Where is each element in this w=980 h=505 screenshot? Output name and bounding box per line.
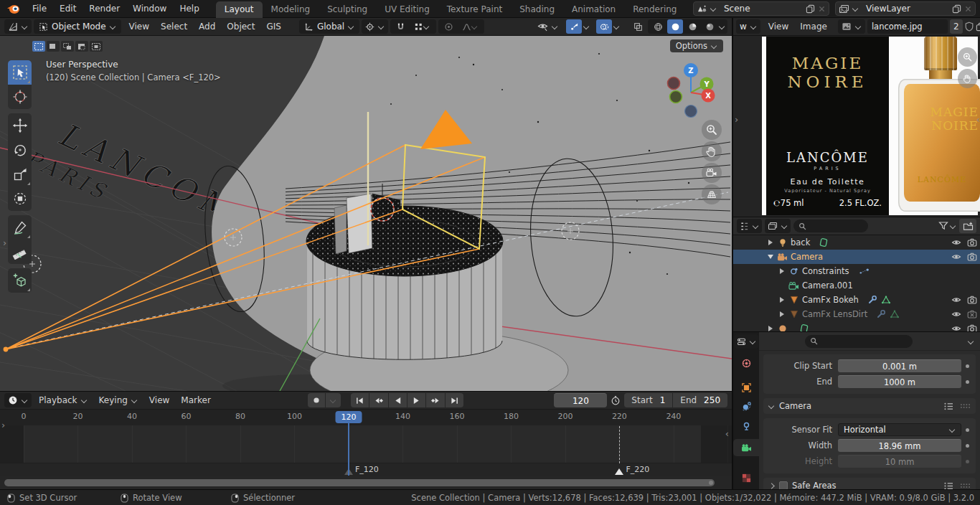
select-mode-intersect[interactable] bbox=[90, 41, 103, 52]
close-icon[interactable] bbox=[818, 5, 826, 13]
image-left-chevron[interactable]: › bbox=[735, 115, 738, 124]
properties-tab-render[interactable] bbox=[733, 354, 759, 372]
disable-render-camera-icon[interactable] bbox=[967, 295, 977, 305]
disable-render-camera-off-icon[interactable] bbox=[967, 309, 977, 319]
expand-icon[interactable] bbox=[778, 297, 786, 303]
fake-user-shield-icon[interactable] bbox=[965, 22, 974, 32]
viewport-menu-object[interactable]: Object bbox=[221, 20, 260, 33]
blender-logo-icon[interactable] bbox=[6, 2, 22, 15]
menu-window[interactable]: Window bbox=[126, 2, 173, 15]
move-tool[interactable] bbox=[8, 113, 32, 138]
add-cube-tool[interactable] bbox=[8, 268, 32, 293]
editor-type-button[interactable] bbox=[4, 19, 32, 34]
outliner-row-camera[interactable]: Camera bbox=[733, 250, 980, 264]
marker-label[interactable]: F_220 bbox=[626, 465, 649, 474]
cursor-tool[interactable] bbox=[8, 85, 32, 109]
new-image-icon[interactable] bbox=[976, 22, 980, 32]
new-collection-button[interactable] bbox=[959, 219, 976, 233]
safe-areas-checkbox[interactable] bbox=[779, 481, 788, 489]
outliner-row-partial[interactable] bbox=[733, 321, 980, 331]
sensor-width-keyframe-dot[interactable] bbox=[961, 444, 973, 448]
expand-icon[interactable] bbox=[778, 311, 786, 317]
properties-tab-constraint[interactable] bbox=[733, 417, 759, 435]
timeline-right-chevron[interactable]: ‹ bbox=[725, 429, 729, 438]
play-button[interactable] bbox=[407, 393, 425, 407]
panel-grip-icon[interactable] bbox=[960, 403, 971, 409]
timeline-ruler[interactable]: 020406080100120140160180200220240 bbox=[0, 410, 732, 425]
shading-wireframe-button[interactable] bbox=[650, 19, 666, 34]
shading-solid-button[interactable] bbox=[667, 19, 683, 34]
workspace-tab-modeling[interactable]: Modeling bbox=[263, 1, 319, 18]
presets-icon[interactable] bbox=[943, 482, 954, 490]
add-view-layer-icon[interactable] bbox=[952, 4, 961, 14]
workspace-tab-compositing[interactable]: Compositing bbox=[685, 1, 687, 18]
image-menu-view[interactable]: View bbox=[763, 20, 794, 33]
image-right-chevron[interactable]: ‹ bbox=[976, 115, 980, 124]
select-mode-tweak[interactable] bbox=[32, 41, 45, 52]
pan-hand-button[interactable] bbox=[702, 141, 722, 161]
workspace-tab-uv-editing[interactable]: UV Editing bbox=[376, 1, 438, 18]
workspace-tab-texture-paint[interactable]: Texture Paint bbox=[438, 1, 511, 18]
view-layer-name[interactable]: ViewLayer bbox=[862, 4, 949, 14]
timeline-left-chevron[interactable]: › bbox=[1, 420, 5, 430]
disable-render-camera-icon[interactable] bbox=[967, 237, 977, 247]
falloff-dropdown[interactable] bbox=[458, 19, 482, 34]
3d-viewport[interactable]: LANCOME PARIS bbox=[0, 36, 732, 391]
outliner-row-camera-001[interactable]: Camera.001 bbox=[733, 278, 980, 293]
properties-options-chevron[interactable] bbox=[968, 339, 974, 344]
clip-end-keyframe-dot[interactable] bbox=[961, 380, 973, 384]
menu-help[interactable]: Help bbox=[173, 2, 205, 15]
pivot-point-dropdown[interactable] bbox=[362, 19, 388, 34]
marker-label[interactable]: F_120 bbox=[355, 465, 379, 474]
axis-neg-y-button[interactable] bbox=[670, 91, 682, 103]
timeline-editor-type-button[interactable] bbox=[4, 393, 32, 407]
transform-orientation-dropdown[interactable]: Global bbox=[299, 19, 359, 34]
close-icon[interactable] bbox=[964, 5, 972, 13]
jump-to-start-button[interactable] bbox=[351, 393, 369, 407]
jump-to-end-button[interactable] bbox=[446, 393, 463, 407]
image-browse-dropdown[interactable] bbox=[838, 19, 865, 34]
proportional-edit-toggle[interactable] bbox=[440, 19, 456, 34]
outliner-search-input[interactable] bbox=[809, 222, 863, 231]
workspace-tab-sculpting[interactable]: Sculpting bbox=[319, 1, 376, 18]
select-box-tool[interactable] bbox=[8, 60, 32, 85]
workspace-tab-layout[interactable]: Layout bbox=[216, 1, 263, 18]
outliner-row-back[interactable]: back bbox=[733, 235, 980, 250]
properties-tab-camdata[interactable] bbox=[733, 439, 759, 456]
image-users-badge[interactable]: 2 bbox=[950, 19, 963, 34]
select-mode-extend[interactable] bbox=[61, 41, 74, 52]
timeline-scrollbar[interactable] bbox=[0, 476, 732, 490]
viewport-menu-add[interactable]: Add bbox=[193, 20, 221, 33]
outliner-display-mode-dropdown[interactable] bbox=[737, 219, 762, 233]
outliner-row-camfx-bokeh[interactable]: CamFx Bokeh bbox=[733, 293, 980, 307]
camera-view-button[interactable] bbox=[702, 163, 722, 183]
properties-tab-texture[interactable] bbox=[733, 469, 759, 486]
properties-search[interactable] bbox=[805, 335, 913, 348]
image-pan-button[interactable] bbox=[958, 69, 977, 88]
next-keyframe-button[interactable] bbox=[426, 393, 445, 407]
xray-toggle[interactable] bbox=[630, 19, 646, 34]
properties-editor-type-button[interactable] bbox=[735, 334, 758, 349]
outliner-row-constraints[interactable]: Constraints bbox=[733, 264, 980, 278]
hide-viewport-eye-icon[interactable] bbox=[951, 309, 961, 319]
outliner-search[interactable] bbox=[793, 220, 868, 232]
image-mode-dropdown[interactable]: w bbox=[736, 19, 760, 34]
image-menu-image[interactable]: Image bbox=[794, 20, 833, 33]
expand-icon[interactable] bbox=[766, 326, 775, 331]
workspace-tab-shading[interactable]: Shading bbox=[511, 1, 563, 18]
clip-start-field[interactable]: 0.001 m bbox=[838, 359, 961, 372]
orthographic-toggle-button[interactable] bbox=[702, 184, 722, 204]
sensor-width-field[interactable]: 18.96 mm bbox=[838, 439, 961, 452]
viewport-menu-select[interactable]: Select bbox=[155, 20, 193, 33]
transform-tool[interactable] bbox=[8, 187, 32, 211]
presets-icon[interactable] bbox=[943, 402, 954, 410]
hide-viewport-eye-icon[interactable] bbox=[951, 237, 961, 247]
timeline-menu-marker[interactable]: Marker bbox=[175, 394, 216, 407]
snap-magnet-toggle[interactable] bbox=[392, 19, 408, 34]
prev-keyframe-button[interactable] bbox=[369, 393, 388, 407]
hide-viewport-eye-icon[interactable] bbox=[951, 252, 961, 262]
snap-target-dropdown[interactable] bbox=[410, 19, 434, 34]
menu-file[interactable]: File bbox=[26, 2, 53, 15]
timeline-menu-view[interactable]: View bbox=[143, 394, 175, 407]
scale-tool[interactable] bbox=[8, 162, 32, 187]
